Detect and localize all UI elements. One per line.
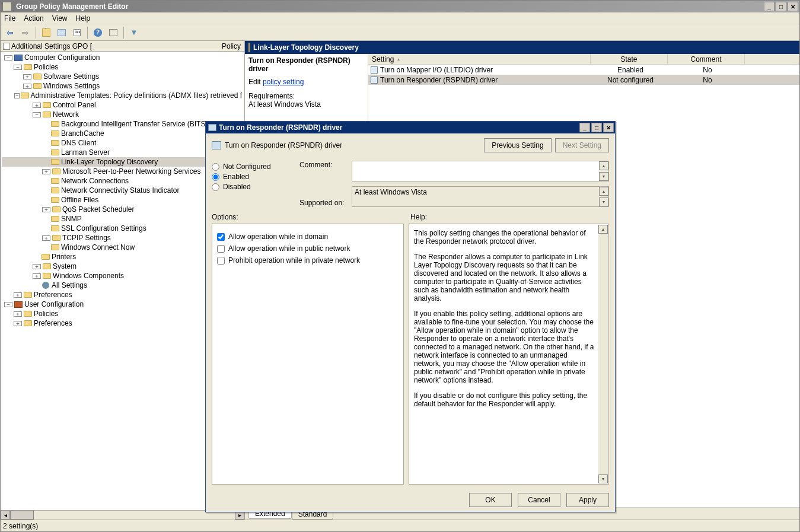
page-icon	[3, 43, 10, 50]
tree-policies[interactable]: −Policies	[2, 62, 243, 72]
ok-button[interactable]: OK	[469, 493, 512, 507]
app-icon	[3, 2, 11, 11]
toolbar-button[interactable]	[106, 26, 120, 39]
window-title: Group Policy Management Editor	[16, 2, 128, 11]
checkbox-prohibit-private[interactable]: Prohibit operation while in private netw…	[217, 256, 399, 265]
dialog-body: Turn on Responder (RSPNDR) driver Previo…	[206, 133, 615, 512]
menu-action[interactable]: Action	[24, 14, 43, 23]
dialog-titlebar: Turn on Responder (RSPNDR) driver _ □ ✕	[206, 122, 615, 133]
radio-not-configured[interactable]: Not Configured	[212, 163, 295, 171]
dialog-minimize-button[interactable]: _	[579, 123, 590, 132]
tree-software-settings[interactable]: +Software Settings	[2, 72, 243, 81]
toolbar: ⇦ ⇨ ↑ ••• ? ▼	[1, 24, 799, 41]
policy-dialog: Turn on Responder (RSPNDR) driver _ □ ✕ …	[205, 121, 616, 512]
main-titlebar: Group Policy Management Editor _ □ ✕	[1, 1, 799, 12]
options-panel: Allow operation while in domain Allow op…	[212, 224, 404, 485]
comment-label: Comment:	[299, 161, 347, 169]
category-header: Link-Layer Topology Discovery	[245, 41, 799, 54]
separator	[123, 27, 124, 39]
separator	[87, 27, 88, 39]
dialog-icon	[208, 124, 216, 131]
status-text: 2 setting(s)	[3, 522, 38, 530]
radio-enabled[interactable]: Enabled	[212, 173, 295, 181]
filter-button[interactable]: ▼	[127, 26, 141, 39]
supported-scrollbar[interactable]: ▴▾	[599, 187, 608, 206]
radio-disabled[interactable]: Disabled	[212, 183, 295, 191]
supported-label: Supported on:	[299, 199, 347, 207]
cancel-button[interactable]: Cancel	[518, 493, 560, 507]
tree-header: Additional Settings GPO [ Policy	[1, 41, 244, 52]
menu-file[interactable]: File	[4, 14, 15, 23]
tree-network[interactable]: −Network	[2, 110, 243, 119]
requirements-label: Requirements:	[248, 92, 364, 100]
menu-view[interactable]: View	[52, 14, 68, 23]
apply-button[interactable]: Apply	[566, 493, 609, 507]
column-state[interactable]: State	[591, 54, 668, 64]
checkbox-allow-public[interactable]: Allow operation while in public network	[217, 244, 399, 253]
next-setting-button[interactable]: Next Setting	[555, 138, 609, 152]
comment-scrollbar[interactable]: ▴▾	[599, 161, 608, 181]
dialog-maximize-button[interactable]: □	[591, 123, 602, 132]
up-button[interactable]: ↑	[39, 26, 53, 39]
policy-name-text: Turn on Responder (RSPNDR) driver	[225, 141, 342, 149]
setting-row-1[interactable]: Turn on Mapper I/O (LLTDIO) driver Enabl…	[368, 65, 799, 75]
options-label: Options:	[212, 213, 410, 221]
supported-on-box: At least Windows Vista ▴▾	[352, 186, 609, 207]
category-title: Link-Layer Topology Discovery	[253, 43, 359, 52]
help-panel: This policy setting changes the operatio…	[409, 224, 609, 485]
dialog-close-button[interactable]: ✕	[603, 123, 614, 132]
previous-setting-button[interactable]: Previous Setting	[484, 138, 551, 152]
tree-computer-configuration[interactable]: −Computer Configuration	[2, 53, 243, 62]
setting-row-2[interactable]: Turn on Responder (RSPNDR) driver Not co…	[368, 75, 799, 85]
column-setting[interactable]: Setting▴	[368, 54, 591, 64]
separator	[36, 27, 36, 39]
tree-windows-settings[interactable]: +Windows Settings	[2, 81, 243, 91]
show-hide-button[interactable]	[55, 26, 69, 39]
help-scrollbar[interactable]: ▴▾	[598, 225, 608, 483]
column-header-row: Setting▴ State Comment	[368, 54, 799, 65]
policy-icon	[369, 66, 379, 74]
menu-help[interactable]: Help	[76, 14, 91, 23]
help-label: Help:	[410, 213, 609, 221]
policy-icon	[369, 76, 379, 84]
forward-button[interactable]: ⇨	[18, 26, 33, 39]
edit-policy-link[interactable]: policy setting	[263, 78, 304, 86]
help-button[interactable]: ?	[91, 26, 105, 39]
tree-control-panel[interactable]: +Control Panel	[2, 100, 243, 110]
maximize-button[interactable]: □	[776, 2, 786, 11]
checkbox-allow-domain[interactable]: Allow operation while in domain	[217, 232, 399, 241]
dialog-title: Turn on Responder (RSPNDR) driver	[219, 123, 342, 132]
menubar: File Action View Help	[1, 12, 799, 24]
statusbar: 2 setting(s)	[1, 520, 799, 531]
column-comment[interactable]: Comment	[668, 54, 745, 64]
scroll-thumb[interactable]	[10, 511, 34, 520]
tree-administrative-templates[interactable]: −Administrative Templates: Policy defini…	[2, 91, 243, 100]
comment-textarea[interactable]: ▴▾	[352, 161, 609, 181]
minimize-button[interactable]: _	[764, 2, 774, 11]
close-button[interactable]: ✕	[788, 2, 798, 11]
selected-setting-title: Turn on Responder (RSPNDR) driver	[248, 56, 364, 73]
properties-button[interactable]: •••	[70, 26, 84, 39]
back-button[interactable]: ⇦	[3, 26, 17, 39]
requirements-value: At least Windows Vista	[248, 100, 364, 109]
scroll-left-button[interactable]: ◂	[1, 511, 10, 520]
policy-icon	[212, 141, 221, 149]
